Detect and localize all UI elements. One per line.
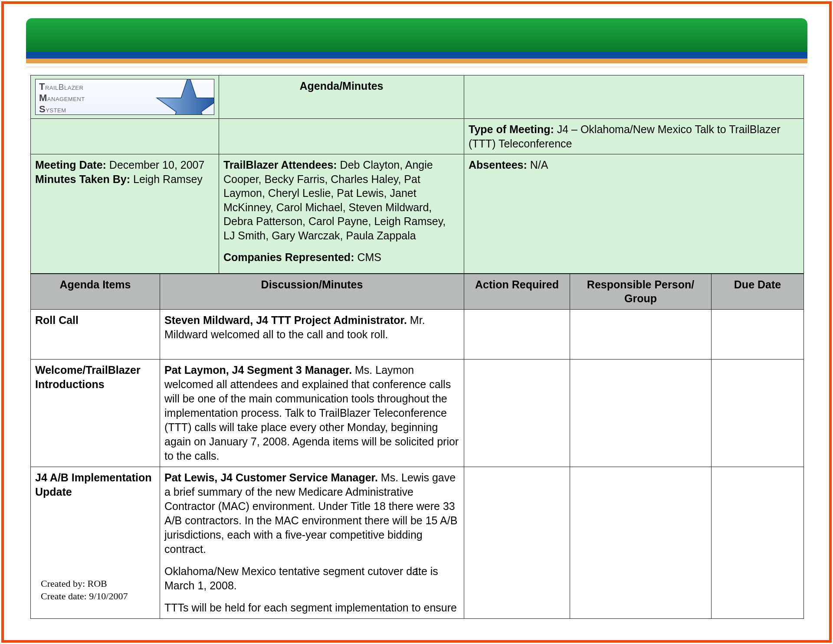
created-by-label: Created by: (41, 578, 88, 589)
attendees-label: TrailBlazer Attendees: (223, 159, 337, 171)
band-green (26, 18, 807, 52)
logo-m: M (39, 92, 47, 103)
agenda-item: Welcome/TrailBlazer Introductions (31, 359, 160, 467)
doc-title: Agenda/Minutes (219, 75, 464, 119)
band-orange (26, 59, 807, 63)
due-cell (712, 309, 804, 359)
action-cell (464, 309, 570, 359)
logo-cell: TrailBlazer Management System (31, 75, 219, 119)
discussion-cell: Pat Lewis, J4 Customer Service Manager. … (160, 467, 464, 618)
band-blue (26, 52, 807, 59)
companies-label: Companies Represented: (223, 251, 354, 263)
discussion-extra: TTTs will be held for each segment imple… (164, 602, 457, 614)
created-by-value: ROB (88, 578, 107, 589)
logo-t: T (39, 81, 45, 92)
responsible-cell (570, 467, 712, 618)
col-due-date: Due Date (712, 274, 804, 309)
discussion-text: Ms. Lewis gave a brief summary of the ne… (164, 471, 457, 555)
meeting-date-cell: Meeting Date: December 10, 2007 Minutes … (31, 154, 219, 274)
footer-meta: Created by: ROB Create date: 9/10/2007 (41, 577, 128, 603)
band-white (26, 63, 807, 67)
logo-s: S (39, 104, 46, 114)
col-agenda-items: Agenda Items (31, 274, 160, 309)
document-page: TrailBlazer Management System Agend (26, 18, 807, 624)
absentees-cell: Absentees: N/A (464, 154, 804, 274)
due-cell (712, 467, 804, 618)
action-cell (464, 359, 570, 467)
absentees-label: Absentees: (469, 159, 527, 171)
responsible-cell (570, 309, 712, 359)
logo-line2: anagement (47, 94, 85, 103)
companies-value: CMS (354, 251, 381, 263)
table-row: Welcome/TrailBlazer Introductions Pat La… (31, 359, 804, 467)
absentees-value: N/A (527, 159, 548, 171)
tms-logo: TrailBlazer Management System (35, 79, 214, 115)
discussion-cell: Pat Laymon, J4 Segment 3 Manager. Ms. La… (160, 359, 464, 467)
discussion-lead: Steven Mildward, J4 TTT Project Administ… (164, 314, 407, 326)
responsible-cell (570, 359, 712, 467)
type-of-meeting-label: Type of Meeting: (469, 123, 554, 135)
logo-line3: ystem (46, 105, 66, 114)
column-header-row: Agenda Items Discussion/Minutes Action R… (31, 274, 804, 309)
discussion-text: Ms. Laymon welcomed all attendees and ex… (164, 364, 459, 462)
blank-cell (31, 119, 219, 154)
type-of-meeting: Type of Meeting: J4 – Oklahoma/New Mexic… (464, 119, 804, 154)
col-discussion: Discussion/Minutes (160, 274, 464, 309)
header-bands (26, 18, 807, 67)
minutes-by-label: Minutes Taken By: (35, 173, 130, 185)
due-cell (712, 359, 804, 467)
meeting-date-label: Meeting Date: (35, 159, 106, 171)
discussion-cell: Steven Mildward, J4 TTT Project Administ… (160, 309, 464, 359)
agenda-item: Roll Call (31, 309, 160, 359)
attendees-cell: TrailBlazer Attendees: Deb Clayton, Angi… (219, 154, 464, 274)
col-responsible: Responsible Person/ Group (570, 274, 712, 309)
meeting-date-value: December 10, 2007 (106, 159, 205, 171)
create-date-value: 9/10/2007 (89, 591, 128, 602)
minutes-by-value: Leigh Ramsey (130, 173, 203, 185)
table-row: J4 A/B Implementation Update Pat Lewis, … (31, 467, 804, 618)
logo-line1: railBlazer (45, 82, 83, 92)
discussion-lead: Pat Laymon, J4 Segment 3 Manager. (164, 364, 352, 376)
action-cell (464, 467, 570, 618)
star-icon (154, 79, 214, 115)
attendees-value: Deb Clayton, Angie Cooper, Becky Farris,… (223, 159, 446, 242)
table-row: Roll Call Steven Mildward, J4 TTT Projec… (31, 309, 804, 359)
col-action: Action Required (464, 274, 570, 309)
metadata-table: TrailBlazer Management System Agend (30, 75, 804, 274)
page-number: 1 (26, 565, 807, 578)
create-date-label: Create date: (41, 591, 89, 602)
svg-marker-0 (157, 79, 214, 115)
blank-cell (219, 119, 464, 154)
discussion-lead: Pat Lewis, J4 Customer Service Manager. (164, 471, 378, 484)
blank-header-cell (464, 75, 804, 119)
